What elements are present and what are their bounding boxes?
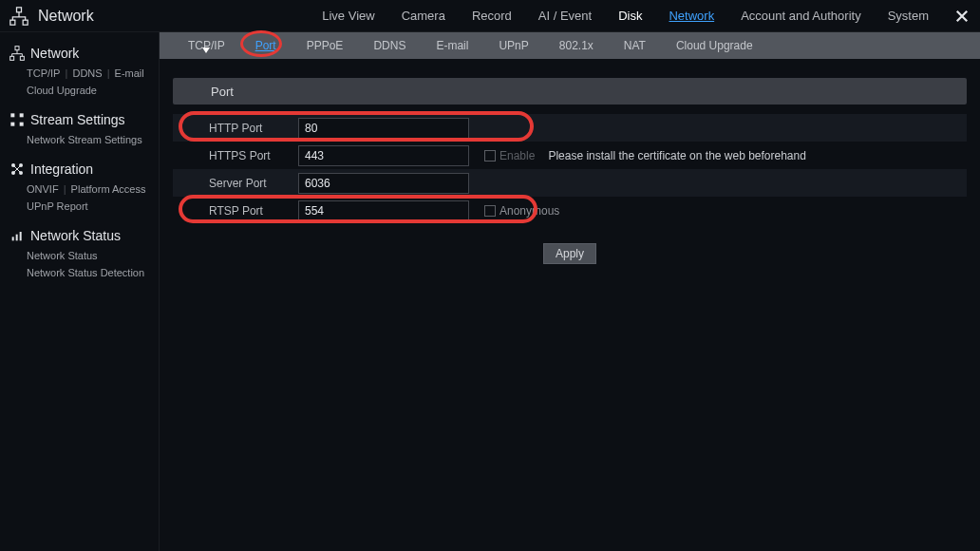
https-enable-label: Enable [499, 149, 535, 162]
sidebar-sub-cloud-upgrade[interactable]: Cloud Upgrade [27, 82, 149, 99]
tab-email[interactable]: E-mail [421, 32, 483, 59]
top-nav: Live View Camera Record AI / Event Disk … [309, 0, 971, 31]
server-port-input[interactable] [298, 173, 469, 194]
checkbox-icon [484, 205, 496, 217]
tab-nat[interactable]: NAT [609, 32, 661, 59]
https-port-label: HTTPS Port [173, 149, 298, 162]
svg-rect-2 [23, 20, 28, 25]
nav-system[interactable]: System [875, 0, 942, 32]
network-icon [9, 7, 28, 26]
https-enable-checkbox[interactable]: Enable [484, 149, 535, 162]
nav-live-view[interactable]: Live View [309, 0, 387, 32]
nav-ai-event[interactable]: AI / Event [525, 0, 605, 32]
sidebar-sub-network-status-detection[interactable]: Network Status Detection [27, 264, 149, 281]
sidebar-sub-platform-access[interactable]: Platform Access [71, 180, 146, 198]
row-rtsp-port: RTSP Port Anonymous [173, 197, 967, 224]
svg-rect-15 [16, 235, 18, 241]
apply-button[interactable]: Apply [543, 243, 596, 264]
sidebar-sub-onvif[interactable]: ONVIF [27, 180, 59, 198]
tab-tcpip[interactable]: TCP/IP [173, 32, 240, 59]
sidebar-sub-email[interactable]: E-mail [115, 65, 144, 82]
page-title: Network [38, 8, 94, 25]
rtsp-anonymous-label: Anonymous [499, 204, 559, 218]
stream-icon [9, 112, 25, 127]
rtsp-port-label: RTSP Port [173, 204, 298, 218]
subtabs: TCP/IP Port PPPoE DDNS E-mail UPnP 802.1… [160, 32, 980, 59]
sidebar-item-network[interactable]: Network [9, 46, 149, 61]
section-title: Port [173, 78, 967, 104]
tab-pppoe[interactable]: PPPoE [292, 32, 359, 59]
status-icon [9, 228, 25, 243]
sidebar-item-label: Integration [30, 162, 93, 177]
sidebar-item-network-status[interactable]: Network Status [9, 228, 149, 243]
sidebar-item-integration[interactable]: Integration [9, 162, 149, 177]
server-port-label: Server Port [173, 177, 298, 190]
https-port-input[interactable] [298, 145, 469, 166]
svg-rect-1 [10, 20, 15, 25]
tab-ddns[interactable]: DDNS [358, 32, 421, 59]
svg-rect-4 [10, 56, 14, 60]
sidebar: Network TCP/IP | DDNS | E-mail Cloud Upg… [0, 32, 160, 551]
sidebar-group-network: Network TCP/IP | DDNS | E-mail Cloud Upg… [0, 40, 159, 106]
svg-rect-9 [20, 123, 24, 126]
sidebar-group-stream: Stream Settings Network Stream Settings [0, 106, 159, 156]
topbar: Network Live View Camera Record AI / Eve… [0, 0, 980, 32]
svg-rect-14 [12, 237, 14, 240]
http-port-input[interactable] [298, 118, 469, 139]
svg-rect-5 [20, 56, 24, 60]
close-icon[interactable] [953, 8, 971, 25]
https-hint: Please install the certificate on the we… [548, 149, 806, 162]
sidebar-item-stream-settings[interactable]: Stream Settings [9, 112, 149, 127]
sidebar-sub-upnp-report[interactable]: UPnP Report [27, 198, 149, 215]
tab-port[interactable]: Port [240, 32, 292, 59]
sidebar-item-label: Network [30, 46, 79, 61]
row-server-port: Server Port [173, 169, 967, 197]
tab-upnp[interactable]: UPnP [483, 32, 543, 59]
svg-rect-8 [20, 113, 24, 117]
sidebar-sub-nss[interactable]: Network Stream Settings [27, 131, 149, 148]
nav-account-authority[interactable]: Account and Authority [727, 0, 874, 32]
row-https-port: HTTPS Port Enable Please install the cer… [173, 142, 967, 169]
svg-rect-3 [15, 47, 19, 50]
row-http-port: HTTP Port [173, 114, 967, 142]
checkbox-icon [484, 150, 496, 162]
nav-disk[interactable]: Disk [605, 0, 655, 32]
sidebar-group-status: Network Status Network Status Network St… [0, 222, 159, 289]
sidebar-sub-ddns[interactable]: DDNS [72, 65, 102, 82]
sidebar-item-label: Network Status [30, 228, 121, 243]
http-port-label: HTTP Port [173, 122, 298, 135]
sidebar-item-label: Stream Settings [30, 112, 125, 127]
nav-record[interactable]: Record [459, 0, 525, 32]
network-icon [9, 46, 25, 61]
rtsp-port-input[interactable] [298, 200, 469, 221]
svg-rect-0 [17, 7, 22, 11]
sidebar-sub-tcpip[interactable]: TCP/IP [27, 65, 60, 82]
integration-icon [9, 162, 25, 177]
svg-rect-7 [10, 123, 14, 126]
sidebar-group-integration: Integration ONVIF | Platform Access UPnP… [0, 156, 159, 222]
sidebar-sub-network-status[interactable]: Network Status [27, 247, 149, 264]
tab-cloud-upgrade[interactable]: Cloud Upgrade [661, 32, 768, 59]
rtsp-anonymous-checkbox[interactable]: Anonymous [484, 204, 559, 218]
nav-camera[interactable]: Camera [388, 0, 459, 32]
svg-rect-16 [20, 232, 22, 240]
nav-network[interactable]: Network [655, 0, 727, 32]
tab-8021x[interactable]: 802.1x [544, 32, 609, 59]
svg-rect-6 [10, 113, 14, 117]
